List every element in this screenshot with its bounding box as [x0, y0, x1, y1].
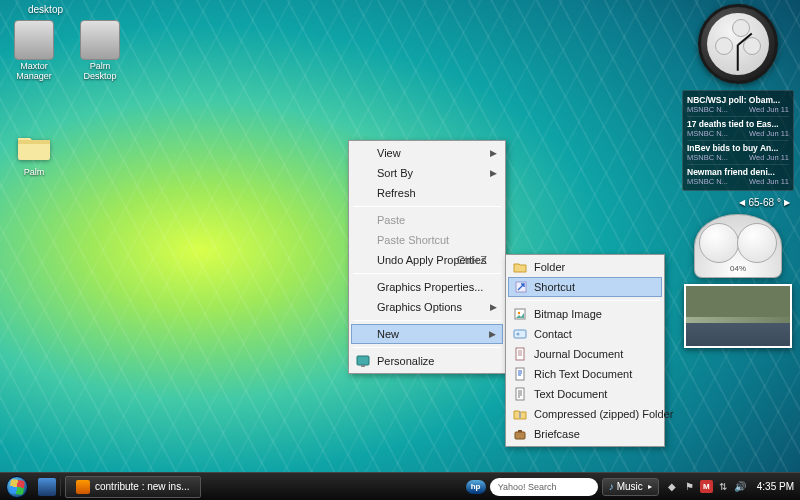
- feed-item[interactable]: 17 deaths tied to Eas...MSNBC N...Wed Ju…: [687, 117, 789, 141]
- submenu-shortcut[interactable]: Shortcut: [508, 277, 662, 297]
- menu-personalize[interactable]: Personalize: [351, 351, 503, 371]
- feed-item[interactable]: InBev bids to buy An...MSNBC N...Wed Jun…: [687, 141, 789, 165]
- submenu-contact[interactable]: Contact: [508, 324, 662, 344]
- menu-undo[interactable]: Undo Apply PropertiesCtrl+Z: [351, 250, 503, 270]
- svg-rect-10: [519, 412, 521, 418]
- feed-item[interactable]: NBC/WSJ poll: Obam...MSNBC N...Wed Jun 1…: [687, 93, 789, 117]
- icon-palm-folder[interactable]: Palm: [6, 126, 62, 178]
- feed-item[interactable]: Newman friend deni...MSNBC N...Wed Jun 1…: [687, 165, 789, 188]
- svg-rect-9: [516, 388, 524, 400]
- weather-gadget[interactable]: ◀65-68°▶: [739, 197, 790, 208]
- svg-rect-12: [518, 430, 522, 432]
- menu-separator: [353, 320, 501, 321]
- personalize-icon: [355, 353, 371, 369]
- hp-badge-icon[interactable]: hp: [466, 480, 486, 494]
- text-icon: [512, 386, 528, 402]
- menu-graphics-options[interactable]: Graphics Options▶: [351, 297, 503, 317]
- submenu-text[interactable]: Text Document: [508, 384, 662, 404]
- submenu-arrow-icon: ▶: [490, 148, 497, 158]
- menu-graphics-properties[interactable]: Graphics Properties...: [351, 277, 503, 297]
- icon-label: Palm: [24, 168, 45, 178]
- svg-point-4: [518, 312, 520, 314]
- cpu-meter-gadget[interactable]: 04%: [694, 214, 782, 278]
- quick-launch: [34, 478, 61, 496]
- icon-label: Palm Desktop: [72, 62, 128, 82]
- briefcase-icon: [512, 426, 528, 442]
- task-label: contribute : new ins...: [95, 481, 190, 492]
- svg-rect-8: [516, 368, 524, 380]
- menu-sort-by[interactable]: Sort By▶: [351, 163, 503, 183]
- yahoo-search-input[interactable]: Yahoo! Search: [490, 478, 598, 496]
- rtf-icon: [512, 366, 528, 382]
- tray-network-icon[interactable]: ⇅: [717, 480, 730, 493]
- news-feed-gadget[interactable]: NBC/WSJ poll: Obam...MSNBC N...Wed Jun 1…: [682, 90, 794, 191]
- submenu-briefcase[interactable]: Briefcase: [508, 424, 662, 444]
- submenu-rtf[interactable]: Rich Text Document: [508, 364, 662, 384]
- menu-separator: [353, 347, 501, 348]
- quicklaunch-ie-icon[interactable]: [38, 478, 56, 496]
- chevron-right-icon: ▶: [784, 198, 790, 207]
- menu-view[interactable]: View▶: [351, 143, 503, 163]
- music-note-icon: ♪: [609, 481, 614, 492]
- taskbar: contribute : new ins... hp Yahoo! Search…: [0, 472, 800, 500]
- slideshow-gadget[interactable]: [684, 284, 792, 348]
- svg-rect-11: [515, 432, 525, 439]
- icon-label: Maxtor Manager: [6, 62, 62, 82]
- tray-icon[interactable]: ◆: [666, 480, 679, 493]
- submenu-zip[interactable]: Compressed (zipped) Folder: [508, 404, 662, 424]
- music-toolbar[interactable]: ♪Music▸: [602, 478, 659, 496]
- submenu-journal[interactable]: Journal Document: [508, 344, 662, 364]
- menu-new[interactable]: New▶: [351, 324, 503, 344]
- menu-separator: [510, 300, 660, 301]
- menu-refresh[interactable]: Refresh: [351, 183, 503, 203]
- taskbar-clock[interactable]: 4:35 PM: [751, 481, 800, 492]
- menu-separator: [353, 273, 501, 274]
- folder-icon: [14, 126, 54, 166]
- clock-gadget[interactable]: [698, 4, 778, 84]
- icon-palm-desktop[interactable]: Palm Desktop: [72, 20, 128, 82]
- new-submenu: Folder Shortcut Bitmap Image Contact Jou…: [505, 254, 665, 447]
- tray-volume-icon[interactable]: 🔊: [734, 480, 747, 493]
- tray-m-icon[interactable]: M: [700, 480, 713, 493]
- gauge-percent: 04%: [695, 264, 781, 273]
- submenu-arrow-icon: ▶: [490, 302, 497, 312]
- menu-paste-shortcut: Paste Shortcut: [351, 230, 503, 250]
- start-button[interactable]: [0, 473, 34, 501]
- system-tray: ◆ ⚑ M ⇅ 🔊: [662, 480, 751, 493]
- svg-rect-5: [514, 330, 526, 338]
- submenu-bitmap[interactable]: Bitmap Image: [508, 304, 662, 324]
- shortcut-icon: [513, 279, 529, 295]
- submenu-folder[interactable]: Folder: [508, 257, 662, 277]
- svg-rect-0: [357, 356, 369, 365]
- icon-maxtor-manager[interactable]: Maxtor Manager: [6, 20, 62, 82]
- journal-icon: [512, 346, 528, 362]
- chevron-left-icon: ◀: [739, 198, 745, 207]
- zip-icon: [512, 406, 528, 422]
- bitmap-icon: [512, 306, 528, 322]
- app-icon: [80, 20, 120, 60]
- windows-orb-icon: [6, 476, 28, 498]
- shortcut-label: Ctrl+Z: [457, 254, 487, 266]
- menu-paste: Paste: [351, 210, 503, 230]
- folder-icon: [512, 259, 528, 275]
- svg-rect-1: [361, 365, 365, 367]
- contact-icon: [512, 326, 528, 342]
- sidebar: NBC/WSJ poll: Obam...MSNBC N...Wed Jun 1…: [680, 4, 796, 348]
- taskbar-task-contribute[interactable]: contribute : new ins...: [65, 476, 201, 498]
- tray-icon[interactable]: ⚑: [683, 480, 696, 493]
- submenu-arrow-icon: ▶: [489, 329, 496, 339]
- svg-rect-7: [516, 348, 524, 360]
- task-app-icon: [76, 480, 90, 494]
- app-icon: [14, 20, 54, 60]
- desktop-icons: Maxtor Manager Palm Desktop Palm: [6, 20, 128, 178]
- desktop[interactable]: desktop Maxtor Manager Palm Desktop Palm…: [0, 0, 800, 500]
- desktop-label: desktop: [28, 4, 63, 15]
- desktop-context-menu: View▶ Sort By▶ Refresh Paste Paste Short…: [348, 140, 506, 374]
- menu-separator: [353, 206, 501, 207]
- svg-point-6: [516, 332, 519, 335]
- submenu-arrow-icon: ▶: [490, 168, 497, 178]
